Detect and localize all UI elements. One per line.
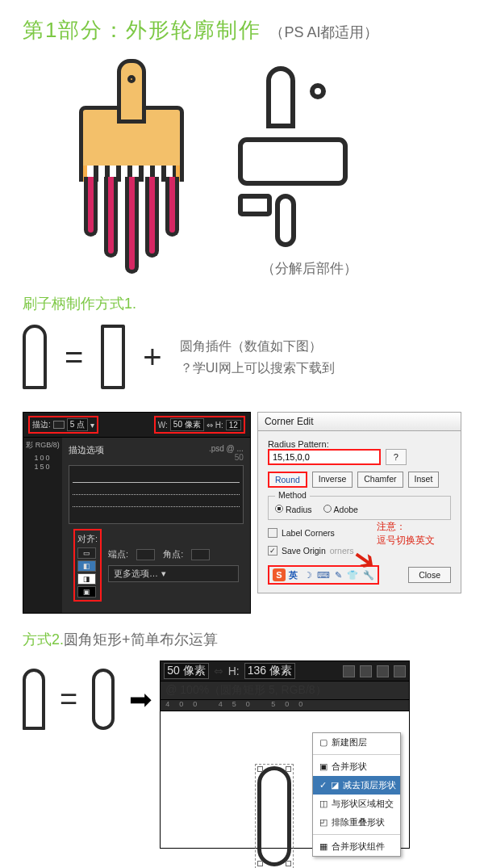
part-body-outline xyxy=(240,140,345,183)
ps-main: 描边选项 .psd @ ... 50 对齐: ▭ xyxy=(62,438,250,613)
align-extra-icon[interactable]: ▣ xyxy=(83,588,90,596)
corner-option[interactable] xyxy=(191,549,210,560)
ruler-right: 50 xyxy=(209,453,244,462)
menu-union[interactable]: ▣合并形状 xyxy=(313,757,400,776)
stroke-swatch-icon xyxy=(53,421,65,429)
radius-pattern-input[interactable] xyxy=(268,449,381,465)
ime-keyboard-icon[interactable]: ⌨ xyxy=(317,570,330,581)
stroke-style-dotted[interactable] xyxy=(73,506,240,507)
align-icon[interactable] xyxy=(360,665,372,677)
w-value-2[interactable]: 50 像素 xyxy=(164,663,208,679)
brush-ring-icon xyxy=(127,75,136,83)
menu-exclude[interactable]: ◰排除重叠形状 xyxy=(313,813,400,832)
resize-handle-icon[interactable] xyxy=(257,861,263,866)
radius-pattern-label: Radius Pattern: xyxy=(268,439,451,449)
ps-panel-body: 彩 RGB/8) 100 150 描边选项 .psd @ ... 50 xyxy=(23,438,250,613)
radio-adobe[interactable]: Adobe xyxy=(323,505,358,514)
ps-stroke-panel: 描边: 5 点 ▾ W: 50 像素 ⇔ H: 12 彩 RGB/8) 100 … xyxy=(23,412,251,614)
part-band-outline xyxy=(240,196,269,214)
w-value[interactable]: 50 像素 xyxy=(170,418,204,431)
stroke-style-list[interactable] xyxy=(69,465,244,524)
stroke-style-solid[interactable] xyxy=(73,482,240,483)
menu-new-layer[interactable]: ▢新建图层 xyxy=(313,733,400,752)
h-value-2[interactable]: 136 像素 xyxy=(244,663,295,679)
corner-label: 角点: xyxy=(163,548,183,560)
menu-item-label: 新建图层 xyxy=(332,736,367,748)
menu-separator xyxy=(313,754,400,755)
radio-unchecked-icon xyxy=(323,505,332,513)
method1-note: 圆角插件（数值如下图） ？学UI网上可以搜索下载到 xyxy=(180,335,335,379)
round-button[interactable]: Round xyxy=(268,472,307,488)
align-inside-icon[interactable]: ▭ xyxy=(83,549,90,557)
save-origin-suffix: orners xyxy=(330,546,354,556)
pathop-icon[interactable] xyxy=(343,665,355,677)
ruler-values: 100 150 xyxy=(25,454,60,472)
shape-rectangle xyxy=(101,325,125,389)
link-wh-icon[interactable]: ⇔ xyxy=(214,665,223,677)
ps-options-bar: 描边: 5 点 ▾ W: 50 像素 ⇔ H: 12 xyxy=(23,413,250,438)
menu-merge[interactable]: ▦合并形状组件 xyxy=(313,837,400,856)
menu-intersect[interactable]: ◫与形状区域相交 xyxy=(313,795,400,813)
stroke-options-label: 描边选项 xyxy=(69,444,104,457)
part-bristle-outline xyxy=(277,196,294,245)
plus-symbol: + xyxy=(143,339,161,375)
ps-document-tab[interactable]: @ 100%（圆角矩形 5, RGB/8） xyxy=(160,681,410,700)
note-line1: 注意： xyxy=(377,520,449,534)
stroke-value[interactable]: 5 点 xyxy=(67,418,88,431)
chamfer-button[interactable]: Chamfer xyxy=(357,472,403,488)
ps-boolean-screenshot: 50 像素 ⇔ H: 136 像素 @ 100%（圆角矩形 5, RGB/8） … xyxy=(160,660,410,849)
doc-tab-text: @ 100%（圆角矩形 5, RGB/8） xyxy=(165,683,326,698)
menu-subtract[interactable]: ✓◪减去顶层形状 xyxy=(313,776,400,795)
equals-symbol: = xyxy=(60,682,77,717)
inverse-button[interactable]: Inverse xyxy=(312,472,353,488)
part-title-text: 外形轮廓制作 xyxy=(126,18,261,42)
link-wh-icon[interactable]: ⇔ xyxy=(207,421,213,430)
align-outside-icon[interactable]: ◨ xyxy=(83,575,90,583)
checkbox-checked-icon: ✓ xyxy=(268,546,277,556)
method-group: Method Radius Adobe xyxy=(268,496,451,520)
parts-svg xyxy=(232,59,386,253)
method1-note-line1: 圆角插件（数值如下图） xyxy=(180,335,335,357)
cap-option[interactable] xyxy=(136,549,155,560)
radio-adobe-label: Adobe xyxy=(334,505,358,514)
doc-tab[interactable]: .psd @ ... xyxy=(209,444,244,453)
resize-handle-icon[interactable] xyxy=(286,766,291,772)
ime-moon-icon[interactable]: ☽ xyxy=(304,570,312,581)
decompose-caption: （分解后部件） xyxy=(232,259,386,278)
close-button[interactable]: Close xyxy=(408,567,451,583)
canvas-rounded-rect[interactable] xyxy=(257,766,291,866)
radio-radius[interactable]: Radius xyxy=(275,505,312,514)
dropdown-icon: ▾ xyxy=(161,568,166,579)
part-ring-outline xyxy=(312,86,323,97)
method2-row: = ➡ 50 像素 ⇔ H: 136 像素 @ 100%（圆角矩形 5, RGB… xyxy=(23,660,461,849)
checkbox-unchecked-icon xyxy=(268,528,277,538)
width-height-fields[interactable]: W: 50 像素 ⇔ H: 12 xyxy=(154,416,245,434)
resize-handle-icon[interactable] xyxy=(286,861,291,866)
help-button[interactable]: ? xyxy=(386,449,407,465)
arrange-icon[interactable] xyxy=(377,665,389,677)
inset-button[interactable]: Inset xyxy=(408,472,440,488)
part-number-text: 第1部分： xyxy=(23,18,126,42)
brush-handle xyxy=(117,59,146,124)
bristle xyxy=(125,177,139,274)
gear-icon[interactable] xyxy=(394,665,406,677)
more-options-label: 更多选项… xyxy=(114,568,158,580)
more-options-dropdown[interactable]: 更多选项… ▾ xyxy=(108,565,239,582)
stroke-weight-field[interactable]: 描边: 5 点 ▾ xyxy=(28,416,98,434)
method1-label: 刷子柄制作方式1. xyxy=(23,294,461,313)
ps-canvas: ▢新建图层 ▣合并形状 ✓◪减去顶层形状 ◫与形状区域相交 ◰排除重叠形状 ▦合… xyxy=(160,711,410,849)
h-value[interactable]: 12 xyxy=(226,420,241,430)
menu-item-label: 与形状区域相交 xyxy=(332,798,394,810)
ime-pen-icon[interactable]: ✎ xyxy=(335,570,342,581)
dropdown-icon[interactable]: ▾ xyxy=(90,421,94,430)
method1-equation: = + 圆角插件（数值如下图） ？学UI网上可以搜索下载到 xyxy=(23,325,461,389)
resize-handle-icon[interactable] xyxy=(257,766,263,772)
menu-item-label: 合并形状组件 xyxy=(332,841,385,853)
ps-sidebar: 彩 RGB/8) 100 150 xyxy=(23,438,62,613)
align-options[interactable]: ▭ ◧ ◨ ▣ xyxy=(77,547,98,598)
stroke-style-dashed[interactable] xyxy=(73,494,240,495)
label-corners-text: Label Corners xyxy=(282,528,335,538)
align-center-icon[interactable]: ◧ xyxy=(83,562,90,570)
ps-options-bar-2: 50 像素 ⇔ H: 136 像素 xyxy=(160,660,410,681)
part-handle-outline xyxy=(269,69,293,126)
